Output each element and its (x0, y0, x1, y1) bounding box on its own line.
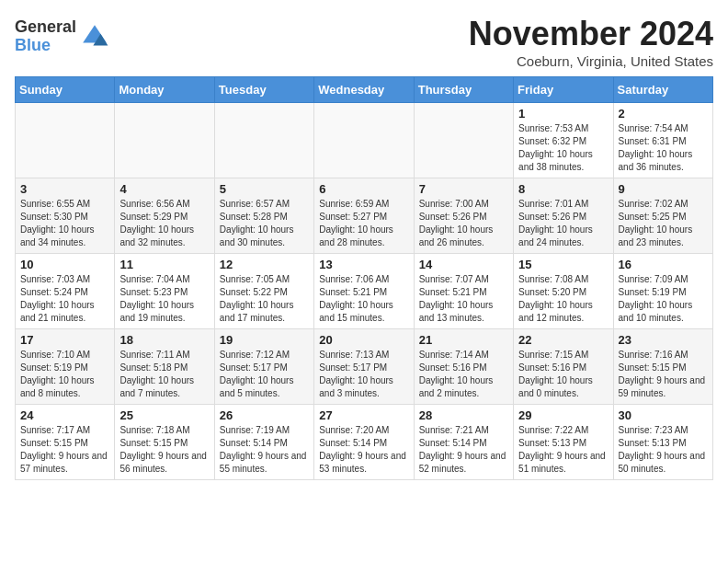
calendar-cell: 12Sunrise: 7:05 AM Sunset: 5:22 PM Dayli… (214, 254, 313, 329)
day-info: Sunrise: 7:13 AM Sunset: 5:17 PM Dayligh… (319, 349, 408, 400)
calendar-cell: 18Sunrise: 7:11 AM Sunset: 5:18 PM Dayli… (115, 329, 214, 405)
day-number: 17 (20, 333, 109, 347)
logo-blue-text: Blue (15, 37, 76, 55)
logo: General Blue (15, 18, 109, 55)
calendar-cell: 4Sunrise: 6:56 AM Sunset: 5:29 PM Daylig… (115, 178, 214, 254)
calendar-cell: 23Sunrise: 7:16 AM Sunset: 5:15 PM Dayli… (613, 329, 712, 405)
calendar-cell (314, 103, 414, 178)
calendar-cell: 21Sunrise: 7:14 AM Sunset: 5:16 PM Dayli… (414, 329, 513, 405)
day-number: 26 (220, 408, 309, 422)
calendar-cell: 19Sunrise: 7:12 AM Sunset: 5:17 PM Dayli… (214, 329, 313, 405)
calendar-cell: 11Sunrise: 7:04 AM Sunset: 5:23 PM Dayli… (115, 254, 214, 329)
calendar-cell: 14Sunrise: 7:07 AM Sunset: 5:21 PM Dayli… (414, 254, 513, 329)
calendar-week-4: 17Sunrise: 7:10 AM Sunset: 5:19 PM Dayli… (16, 329, 713, 405)
calendar-header-row: SundayMondayTuesdayWednesdayThursdayFrid… (16, 77, 713, 103)
day-number: 11 (119, 258, 209, 271)
day-number: 7 (419, 182, 508, 196)
column-header-tuesday: Tuesday (214, 77, 313, 103)
day-info: Sunrise: 6:55 AM Sunset: 5:30 PM Dayligh… (20, 198, 109, 249)
day-number: 19 (220, 333, 309, 347)
page-header: General Blue November 2024 Coeburn, Virg… (15, 15, 713, 69)
logo-general-text: General (15, 18, 76, 37)
calendar-cell: 2Sunrise: 7:54 AM Sunset: 6:31 PM Daylig… (613, 103, 712, 178)
day-info: Sunrise: 6:57 AM Sunset: 5:28 PM Dayligh… (220, 198, 309, 249)
day-info: Sunrise: 7:03 AM Sunset: 5:24 PM Dayligh… (20, 273, 109, 325)
day-info: Sunrise: 7:04 AM Sunset: 5:23 PM Dayligh… (119, 273, 209, 325)
day-info: Sunrise: 7:22 AM Sunset: 5:13 PM Dayligh… (518, 424, 608, 476)
day-number: 1 (518, 107, 608, 121)
day-number: 13 (319, 258, 408, 271)
calendar-cell: 13Sunrise: 7:06 AM Sunset: 5:21 PM Dayli… (314, 254, 414, 329)
calendar-cell: 30Sunrise: 7:23 AM Sunset: 5:13 PM Dayli… (613, 405, 712, 480)
calendar-cell (16, 103, 115, 178)
day-info: Sunrise: 7:53 AM Sunset: 6:32 PM Dayligh… (518, 122, 608, 174)
day-number: 12 (220, 258, 309, 271)
calendar-cell: 24Sunrise: 7:17 AM Sunset: 5:15 PM Dayli… (16, 405, 115, 480)
day-info: Sunrise: 7:16 AM Sunset: 5:15 PM Dayligh… (619, 349, 708, 400)
calendar-cell: 8Sunrise: 7:01 AM Sunset: 5:26 PM Daylig… (514, 178, 613, 254)
day-number: 29 (518, 408, 608, 422)
day-number: 25 (119, 408, 209, 422)
calendar-cell: 28Sunrise: 7:21 AM Sunset: 5:14 PM Dayli… (414, 405, 513, 480)
calendar-cell: 25Sunrise: 7:18 AM Sunset: 5:15 PM Dayli… (115, 405, 214, 480)
calendar-cell: 6Sunrise: 6:59 AM Sunset: 5:27 PM Daylig… (314, 178, 414, 254)
calendar-cell: 20Sunrise: 7:13 AM Sunset: 5:17 PM Dayli… (314, 329, 414, 405)
day-info: Sunrise: 6:59 AM Sunset: 5:27 PM Dayligh… (319, 198, 408, 249)
day-info: Sunrise: 7:12 AM Sunset: 5:17 PM Dayligh… (220, 349, 309, 400)
day-number: 20 (319, 333, 408, 347)
day-info: Sunrise: 7:08 AM Sunset: 5:20 PM Dayligh… (518, 273, 608, 325)
day-info: Sunrise: 7:18 AM Sunset: 5:15 PM Dayligh… (119, 424, 209, 476)
day-number: 6 (319, 182, 408, 196)
calendar-cell: 16Sunrise: 7:09 AM Sunset: 5:19 PM Dayli… (613, 254, 712, 329)
day-number: 4 (119, 182, 209, 196)
calendar-week-5: 24Sunrise: 7:17 AM Sunset: 5:15 PM Dayli… (16, 405, 713, 480)
day-number: 24 (20, 408, 109, 422)
column-header-monday: Monday (115, 77, 214, 103)
day-info: Sunrise: 7:09 AM Sunset: 5:19 PM Dayligh… (619, 273, 708, 325)
logo-icon (80, 22, 109, 52)
column-header-friday: Friday (514, 77, 613, 103)
day-number: 16 (619, 258, 708, 271)
day-number: 18 (119, 333, 209, 347)
day-info: Sunrise: 7:01 AM Sunset: 5:26 PM Dayligh… (518, 198, 608, 249)
calendar-cell: 26Sunrise: 7:19 AM Sunset: 5:14 PM Dayli… (214, 405, 313, 480)
day-info: Sunrise: 7:15 AM Sunset: 5:16 PM Dayligh… (518, 349, 608, 400)
month-title: November 2024 (469, 15, 713, 53)
day-info: Sunrise: 7:06 AM Sunset: 5:21 PM Dayligh… (319, 273, 408, 325)
day-info: Sunrise: 7:10 AM Sunset: 5:19 PM Dayligh… (20, 349, 109, 400)
day-info: Sunrise: 7:02 AM Sunset: 5:25 PM Dayligh… (619, 198, 708, 249)
day-number: 27 (319, 408, 408, 422)
calendar-week-2: 3Sunrise: 6:55 AM Sunset: 5:30 PM Daylig… (16, 178, 713, 254)
calendar-cell: 7Sunrise: 7:00 AM Sunset: 5:26 PM Daylig… (414, 178, 513, 254)
day-number: 23 (619, 333, 708, 347)
column-header-wednesday: Wednesday (314, 77, 414, 103)
day-number: 30 (619, 408, 708, 422)
calendar-cell: 10Sunrise: 7:03 AM Sunset: 5:24 PM Dayli… (16, 254, 115, 329)
calendar-cell: 9Sunrise: 7:02 AM Sunset: 5:25 PM Daylig… (613, 178, 712, 254)
day-info: Sunrise: 7:11 AM Sunset: 5:18 PM Dayligh… (119, 349, 209, 400)
day-number: 21 (419, 333, 508, 347)
day-info: Sunrise: 6:56 AM Sunset: 5:29 PM Dayligh… (119, 198, 209, 249)
day-info: Sunrise: 7:00 AM Sunset: 5:26 PM Dayligh… (419, 198, 508, 249)
calendar-cell: 17Sunrise: 7:10 AM Sunset: 5:19 PM Dayli… (16, 329, 115, 405)
day-info: Sunrise: 7:23 AM Sunset: 5:13 PM Dayligh… (619, 424, 708, 476)
day-info: Sunrise: 7:05 AM Sunset: 5:22 PM Dayligh… (220, 273, 309, 325)
day-number: 22 (518, 333, 608, 347)
calendar-week-3: 10Sunrise: 7:03 AM Sunset: 5:24 PM Dayli… (16, 254, 713, 329)
day-info: Sunrise: 7:17 AM Sunset: 5:15 PM Dayligh… (20, 424, 109, 476)
day-info: Sunrise: 7:14 AM Sunset: 5:16 PM Dayligh… (419, 349, 508, 400)
calendar-table: SundayMondayTuesdayWednesdayThursdayFrid… (15, 76, 713, 480)
calendar-cell (414, 103, 513, 178)
calendar-cell: 15Sunrise: 7:08 AM Sunset: 5:20 PM Dayli… (514, 254, 613, 329)
calendar-cell (214, 103, 313, 178)
day-number: 8 (518, 182, 608, 196)
calendar-cell (115, 103, 214, 178)
location: Coeburn, Virginia, United States (469, 53, 713, 69)
day-info: Sunrise: 7:19 AM Sunset: 5:14 PM Dayligh… (220, 424, 309, 476)
calendar-cell: 27Sunrise: 7:20 AM Sunset: 5:14 PM Dayli… (314, 405, 414, 480)
day-info: Sunrise: 7:07 AM Sunset: 5:21 PM Dayligh… (419, 273, 508, 325)
calendar-cell: 29Sunrise: 7:22 AM Sunset: 5:13 PM Dayli… (514, 405, 613, 480)
column-header-thursday: Thursday (414, 77, 513, 103)
day-number: 14 (419, 258, 508, 271)
title-block: November 2024 Coeburn, Virginia, United … (469, 15, 713, 69)
